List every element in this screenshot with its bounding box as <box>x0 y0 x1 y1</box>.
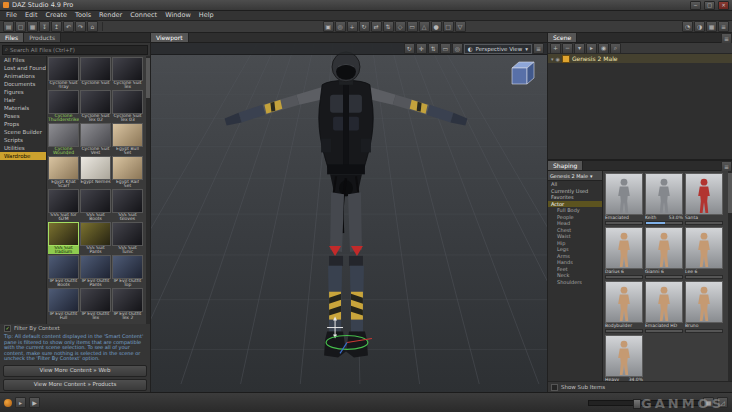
content-item[interactable]: Cyclone Wounded Hawk <box>48 123 79 155</box>
aim-camera-icon[interactable]: ◎ <box>452 43 463 54</box>
content-item[interactable]: IP Evil Outfit Tex 2 <box>112 288 143 320</box>
content-item[interactable]: SSS Suit Tunic <box>112 222 143 254</box>
active-pose-tool-icon[interactable]: ◇ <box>395 21 406 32</box>
content-item[interactable]: Cyclone Suit Tex 02 <box>80 90 111 122</box>
orientation-cube[interactable] <box>507 59 537 87</box>
category-item[interactable]: Materials <box>0 104 46 112</box>
shaping-group-item[interactable]: Shoulders <box>548 279 602 286</box>
category-item[interactable]: Scripts <box>0 136 46 144</box>
category-item[interactable]: Poses <box>0 112 46 120</box>
content-item[interactable]: IP Evil Outfit Pants <box>80 255 111 287</box>
minimize-button[interactable]: ─ <box>690 1 701 10</box>
grid-toggle-icon[interactable]: ▦ <box>703 397 714 408</box>
view-more-content-products-button[interactable]: View More Content » Products <box>3 379 147 391</box>
filter-by-context-checkbox[interactable]: ✓ <box>4 325 11 332</box>
category-item[interactable]: Animations <box>0 72 46 80</box>
camera-selector[interactable]: ◐ Perspective View ▾ <box>464 44 532 54</box>
eye-visible-icon[interactable]: ◉ <box>556 56 560 62</box>
viewport-options-icon[interactable]: ≡ <box>533 43 544 54</box>
morph-item[interactable]: Bodybuilder <box>605 281 643 333</box>
menu-item[interactable]: Edit <box>21 11 42 20</box>
content-item[interactable]: SSS Suit Iradium <box>48 222 79 254</box>
spot-render-tool-icon[interactable]: ● <box>431 21 442 32</box>
category-item[interactable]: Wardrobe <box>0 152 46 160</box>
preferences-menu-icon[interactable]: ≡ <box>718 21 729 32</box>
morph-slider[interactable] <box>685 329 723 333</box>
morph-item[interactable]: Heavy 34.0% <box>605 335 643 381</box>
geometry-editor-icon[interactable]: ▽ <box>455 21 466 32</box>
viewport-tab[interactable]: Viewport <box>151 33 189 42</box>
content-scrollbar[interactable] <box>146 56 150 324</box>
translate-tool-icon[interactable]: ⇄ <box>371 21 382 32</box>
menu-item[interactable]: Create <box>41 11 71 20</box>
menu-item[interactable]: Render <box>95 11 126 20</box>
content-item[interactable]: Cyclone Suit Tex 03 <box>112 90 143 122</box>
frame-tool-icon[interactable]: ▭ <box>407 21 418 32</box>
morph-slider[interactable] <box>645 275 683 279</box>
scene-filter-icon[interactable]: ⌕ <box>610 43 621 54</box>
category-item[interactable]: Hair <box>0 96 46 104</box>
export-icon[interactable]: ↥ <box>51 21 62 32</box>
morph-item[interactable]: Bruno <box>685 281 723 333</box>
maximize-button[interactable]: □ <box>704 1 715 10</box>
visibility-icon[interactable]: ◉ <box>598 43 609 54</box>
frame-camera-icon[interactable]: ▭ <box>440 43 451 54</box>
morph-item[interactable]: Gianni 6 <box>645 227 683 279</box>
content-item[interactable]: IP Evil Outfit Tex <box>80 288 111 320</box>
category-item[interactable]: Lost and Found <box>0 64 46 72</box>
morph-item[interactable]: Santa <box>685 173 723 225</box>
node-selection-tool-icon[interactable]: ▣ <box>323 21 334 32</box>
collapse-all-icon[interactable]: ▸ <box>586 43 597 54</box>
undo-icon[interactable]: ↶ <box>63 21 74 32</box>
zoom-slider[interactable] <box>588 400 700 406</box>
rotate-tool-icon[interactable]: ↻ <box>359 21 370 32</box>
scene-node-genesis-2-male[interactable]: ▾ ◉ Genesis 2 Male <box>548 54 732 63</box>
universal-tool-icon[interactable]: + <box>347 21 358 32</box>
content-item[interactable]: SSS Suit for G2M <box>48 189 79 221</box>
region-navigator-icon[interactable]: □ <box>443 21 454 32</box>
pan-camera-icon[interactable]: ✛ <box>416 43 427 54</box>
delete-node-icon[interactable]: − <box>562 43 573 54</box>
menu-item[interactable]: File <box>2 11 21 20</box>
object-selection-tool-icon[interactable]: ◎ <box>335 21 346 32</box>
morph-item[interactable]: Emaciated HD <box>645 281 683 333</box>
morph-slider[interactable] <box>605 221 643 225</box>
morph-item[interactable]: Keith 53.0% <box>645 173 683 225</box>
content-item[interactable]: SSS Suit Boots <box>80 189 111 221</box>
search-input[interactable]: ⌕ Search All Files (Ctrl+F) <box>2 45 148 55</box>
surface-selection-tool-icon[interactable]: △ <box>419 21 430 32</box>
add-node-icon[interactable]: + <box>550 43 561 54</box>
layout-icon[interactable]: ▦ <box>706 21 717 32</box>
open-file-icon[interactable]: ▢ <box>15 21 26 32</box>
morph-slider[interactable] <box>605 329 643 333</box>
category-item[interactable]: Figures <box>0 88 46 96</box>
new-file-icon[interactable]: ▤ <box>3 21 14 32</box>
morph-slider[interactable] <box>605 275 643 279</box>
content-item[interactable]: Egypt Bull Set <box>112 123 143 155</box>
content-item[interactable]: IP Evil Outfit Top <box>112 255 143 287</box>
content-item[interactable]: SSS Suit Pants <box>80 222 111 254</box>
category-item[interactable]: Documents <box>0 80 46 88</box>
view-more-content-web-button[interactable]: View More Content » Web <box>3 365 147 377</box>
content-item[interactable]: SSS Suit Gloves <box>112 189 143 221</box>
morph-slider[interactable] <box>645 329 683 333</box>
content-item[interactable]: Cyclone Thunderstrike <box>48 90 79 122</box>
aux-viewport-icon[interactable]: ◑ <box>694 21 705 32</box>
render-icon[interactable]: ◔ <box>682 21 693 32</box>
content-item[interactable]: Cyclone Suit Vest <box>80 123 111 155</box>
caret-icon[interactable]: ▾ <box>551 56 554 62</box>
viewport-canvas[interactable]: ↻ ✛ ⇅ ▭ ◎ ◐ Perspective View ▾ ≡ <box>151 43 547 392</box>
dolly-camera-icon[interactable]: ⇅ <box>428 43 439 54</box>
morph-item[interactable]: Lee 6 <box>685 227 723 279</box>
category-item[interactable]: Props <box>0 120 46 128</box>
content-item[interactable]: Egypt Raif Set <box>112 156 143 188</box>
menu-item[interactable]: Help <box>195 11 218 20</box>
category-item[interactable]: Utilities <box>0 144 46 152</box>
morph-item[interactable]: Emaciated <box>605 173 643 225</box>
morph-slider[interactable] <box>685 275 723 279</box>
smart-content-tab[interactable]: Files <box>0 33 24 42</box>
resize-grip-icon[interactable]: ◿ <box>717 397 728 408</box>
content-item[interactable]: IP Evil Outfit Full <box>48 288 79 320</box>
expand-all-icon[interactable]: ▾ <box>574 43 585 54</box>
content-item[interactable]: Cyclone Suit <box>80 57 111 89</box>
